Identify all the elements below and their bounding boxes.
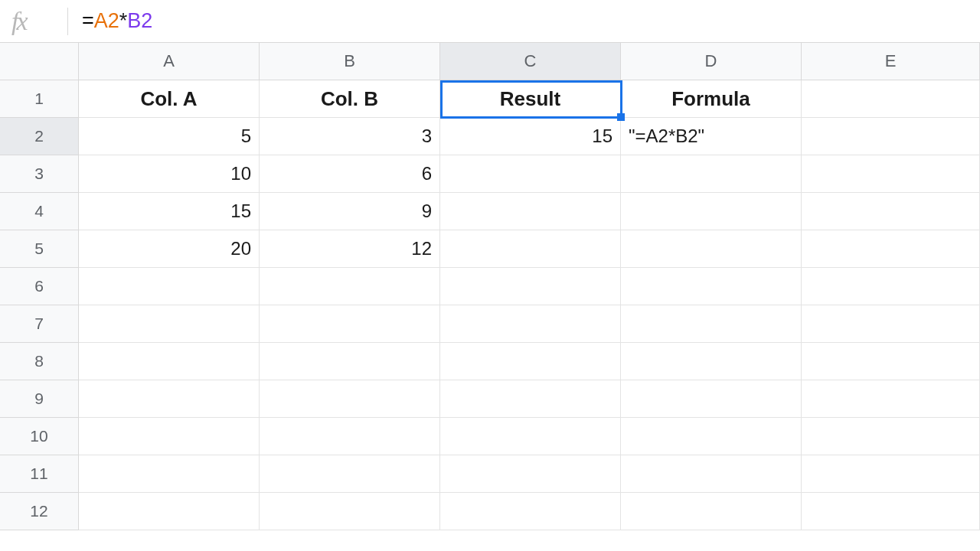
row-header-1[interactable]: 1 — [0, 80, 79, 118]
row-header-7[interactable]: 7 — [0, 305, 79, 343]
cell-d8[interactable] — [621, 343, 802, 380]
cell-c4[interactable] — [440, 193, 621, 230]
cell-d9[interactable] — [621, 380, 802, 418]
col-header-b[interactable]: B — [260, 43, 440, 80]
cell-a7[interactable] — [79, 305, 260, 343]
col-header-c[interactable]: C — [440, 43, 621, 80]
cell-e10[interactable] — [802, 418, 980, 455]
cell-c1[interactable]: Result — [440, 80, 621, 118]
cell-a2[interactable]: 5 — [79, 118, 260, 155]
cell-e11[interactable] — [802, 455, 980, 493]
row-header-12[interactable]: 12 — [0, 493, 79, 530]
cell-d5[interactable] — [621, 230, 802, 268]
cell-e3[interactable] — [802, 155, 980, 193]
cell-b6[interactable] — [260, 268, 440, 305]
row-header-5[interactable]: 5 — [0, 230, 79, 268]
cell-e1[interactable] — [802, 80, 980, 118]
cell-d7[interactable] — [621, 305, 802, 343]
row-header-3[interactable]: 3 — [0, 155, 79, 193]
cell-b8[interactable] — [260, 343, 440, 380]
col-header-d[interactable]: D — [621, 43, 802, 80]
col-header-a[interactable]: A — [79, 43, 260, 80]
cell-b11[interactable] — [260, 455, 440, 493]
cell-c11[interactable] — [440, 455, 621, 493]
cell-e4[interactable] — [802, 193, 980, 230]
cell-d12[interactable] — [621, 493, 802, 530]
cell-b9[interactable] — [260, 380, 440, 418]
row-header-8[interactable]: 8 — [0, 343, 79, 380]
cell-e12[interactable] — [802, 493, 980, 530]
cell-d4[interactable] — [621, 193, 802, 230]
cell-d11[interactable] — [621, 455, 802, 493]
cell-e8[interactable] — [802, 343, 980, 380]
formula-token-equals: = — [82, 9, 94, 33]
cell-c5[interactable] — [440, 230, 621, 268]
cell-c7[interactable] — [440, 305, 621, 343]
cell-a11[interactable] — [79, 455, 260, 493]
fx-icon: fx — [11, 7, 61, 36]
row-header-9[interactable]: 9 — [0, 380, 79, 418]
cell-e2[interactable] — [802, 118, 980, 155]
spreadsheet-app: fx =A2*B2 A B C D E 1 Col. A Col. B Resu… — [0, 0, 980, 551]
cell-d1[interactable]: Formula — [621, 80, 802, 118]
cell-a3[interactable]: 10 — [79, 155, 260, 193]
cell-a5[interactable]: 20 — [79, 230, 260, 268]
row-header-11[interactable]: 11 — [0, 455, 79, 493]
row-4: 4 15 9 — [0, 193, 980, 230]
cell-e5[interactable] — [802, 230, 980, 268]
formula-token-ref-b2: B2 — [127, 9, 152, 33]
cell-a9[interactable] — [79, 380, 260, 418]
spreadsheet-grid: A B C D E 1 Col. A Col. B Result Formula… — [0, 43, 980, 530]
cell-b7[interactable] — [260, 305, 440, 343]
cell-a4[interactable]: 15 — [79, 193, 260, 230]
cell-a12[interactable] — [79, 493, 260, 530]
row-9: 9 — [0, 380, 980, 418]
select-all-corner[interactable] — [0, 43, 79, 80]
row-header-4[interactable]: 4 — [0, 193, 79, 230]
formula-token-operator: * — [119, 9, 128, 33]
cell-b3[interactable]: 6 — [260, 155, 440, 193]
formula-input[interactable]: =A2*B2 — [82, 9, 980, 33]
row-8: 8 — [0, 343, 980, 380]
formula-bar-divider — [67, 8, 68, 35]
cell-b1[interactable]: Col. B — [260, 80, 440, 118]
cell-e9[interactable] — [802, 380, 980, 418]
cell-b5[interactable]: 12 — [260, 230, 440, 268]
cell-d10[interactable] — [621, 418, 802, 455]
formula-bar: fx =A2*B2 — [0, 0, 980, 43]
row-1: 1 Col. A Col. B Result Formula — [0, 80, 980, 118]
cell-c9[interactable] — [440, 380, 621, 418]
cell-a8[interactable] — [79, 343, 260, 380]
row-6: 6 — [0, 268, 980, 305]
row-5: 5 20 12 — [0, 230, 980, 268]
cell-b2[interactable]: 3 — [260, 118, 440, 155]
row-11: 11 — [0, 455, 980, 493]
cell-c12[interactable] — [440, 493, 621, 530]
cell-a1[interactable]: Col. A — [79, 80, 260, 118]
cell-a10[interactable] — [79, 418, 260, 455]
cell-a6[interactable] — [79, 268, 260, 305]
row-7: 7 — [0, 305, 980, 343]
cell-d2[interactable]: "=A2*B2" — [621, 118, 802, 155]
cell-e7[interactable] — [802, 305, 980, 343]
cell-c3[interactable] — [440, 155, 621, 193]
cell-e6[interactable] — [802, 268, 980, 305]
row-header-2[interactable]: 2 — [0, 118, 79, 155]
row-header-10[interactable]: 10 — [0, 418, 79, 455]
cell-b10[interactable] — [260, 418, 440, 455]
col-header-e[interactable]: E — [802, 43, 980, 80]
row-header-6[interactable]: 6 — [0, 268, 79, 305]
cell-b12[interactable] — [260, 493, 440, 530]
row-3: 3 10 6 — [0, 155, 980, 193]
cell-d3[interactable] — [621, 155, 802, 193]
cell-c2[interactable]: 15 — [440, 118, 621, 155]
formula-token-ref-a2: A2 — [94, 9, 119, 33]
cell-b4[interactable]: 9 — [260, 193, 440, 230]
row-10: 10 — [0, 418, 980, 455]
cell-c8[interactable] — [440, 343, 621, 380]
cell-d6[interactable] — [621, 268, 802, 305]
row-12: 12 — [0, 493, 980, 530]
cell-c10[interactable] — [440, 418, 621, 455]
cell-c6[interactable] — [440, 268, 621, 305]
column-header-row: A B C D E — [0, 43, 980, 80]
